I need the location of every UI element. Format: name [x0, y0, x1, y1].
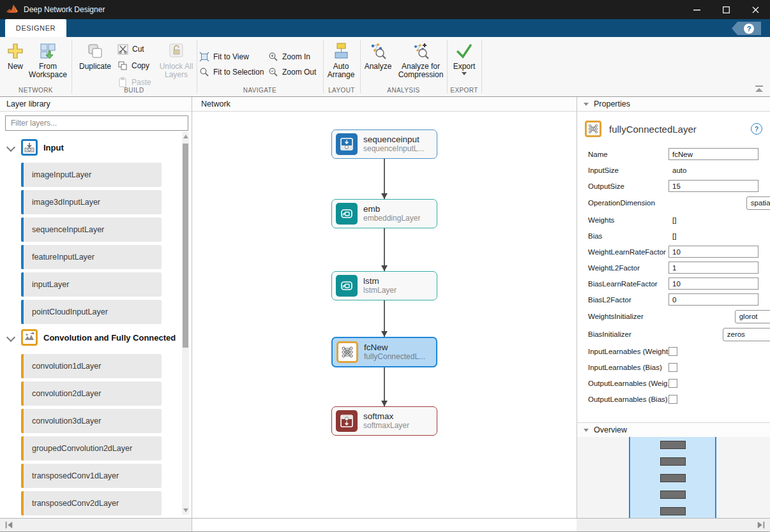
analyze-for-compression-button[interactable]: Analyze for Compression [396, 41, 446, 79]
help-button[interactable]: ? [732, 22, 761, 35]
layer-item-featureinputlayer[interactable]: featureInputLayer [21, 245, 162, 269]
overview-minimap[interactable] [577, 437, 770, 518]
biaslearnratefactor-field[interactable] [668, 277, 759, 290]
property-row: InputSize auto [577, 162, 770, 178]
section-header-convolution[interactable]: Convolution and Fully Connected [0, 327, 192, 348]
properties-header[interactable]: Properties [577, 97, 770, 112]
layer-item-pointcloudinputlayer[interactable]: pointCloudInputLayer [21, 300, 162, 324]
close-button[interactable] [741, 0, 770, 19]
unlock-all-layers-button[interactable]: Unlock All Layers [157, 41, 195, 79]
minimap-node [660, 474, 686, 482]
overview-header[interactable]: Overview [577, 422, 770, 438]
layer-item-convolution2dlayer[interactable]: convolution2dLayer [21, 381, 162, 406]
layer-item-convolution3dlayer[interactable]: convolution3dLayer [21, 409, 162, 433]
property-row: Name [577, 146, 770, 162]
outputlearnables-weights-checkbox[interactable] [668, 379, 677, 388]
inputlearnables-bias-checkbox[interactable] [668, 363, 677, 372]
group-divider [72, 40, 72, 93]
layer-item-transposedconv1dlayer[interactable]: transposedConv1dLayer [21, 464, 162, 488]
layer-type-title: fullyConnectedLayer [609, 124, 697, 135]
properties-panel: Properties fullyConnectedLayer ? Name In… [577, 97, 770, 518]
weightl2factor-field[interactable] [668, 262, 759, 274]
layer-item-convolution1dlayer[interactable]: convolution1dLayer [21, 354, 162, 378]
scroll-down-arrow-icon[interactable] [183, 508, 188, 512]
layer-item-sequenceinputlayer[interactable]: sequenceInputLayer [21, 218, 162, 242]
fully-connected-layer-icon [336, 341, 358, 363]
layout-group-label: LAYOUT [323, 87, 360, 94]
analyze-for-compression-icon [412, 41, 430, 61]
new-button[interactable]: New [4, 41, 27, 71]
outputsize-field[interactable] [668, 180, 759, 192]
collapse-ribbon-button[interactable] [755, 85, 764, 93]
softmax-layer-icon [336, 410, 358, 432]
help-icon[interactable]: ? [751, 123, 762, 135]
minimap-node [660, 507, 686, 515]
zoom-in-button[interactable]: Zoom In [268, 50, 310, 64]
filter-layers-input[interactable] [5, 115, 188, 131]
auto-arrange-button[interactable]: Auto Arrange [324, 41, 358, 79]
node-emb[interactable]: emb embeddingLayer [331, 199, 437, 228]
node-softmax[interactable]: softmax softmaxLayer [331, 406, 437, 436]
inputsize-value: auto [668, 166, 686, 174]
zoom-out-button[interactable]: Zoom Out [268, 65, 316, 79]
minimize-button[interactable] [682, 0, 711, 19]
tab-designer[interactable]: DESIGNER [5, 19, 66, 37]
property-row: InputLearnables (Weights) [577, 343, 770, 359]
name-field[interactable] [668, 148, 759, 160]
biasinitializer-dropdown[interactable]: zeros [723, 328, 770, 341]
network-canvas[interactable]: Network sequenceinput sequenceInputL... [192, 97, 577, 518]
weightlearnratefactor-field[interactable] [668, 246, 759, 258]
biasl2factor-field[interactable] [668, 293, 759, 306]
layer-item-inputlayer[interactable]: inputLayer [21, 272, 162, 297]
property-row: OutputLearnables (Weig... [577, 375, 770, 391]
property-row: BiasL2Factor [577, 292, 770, 307]
from-workspace-button[interactable]: From Workspace [27, 41, 69, 79]
analyze-button[interactable]: Analyze [361, 41, 395, 71]
property-row: Bias [] [577, 228, 770, 244]
export-button[interactable]: Export [448, 41, 480, 75]
layer-item-image3dinputlayer[interactable]: image3dInputLayer [21, 190, 162, 214]
convolution-section-icon [21, 329, 38, 346]
collapse-panel-right-icon[interactable] [757, 521, 766, 529]
collapse-panel-left-icon[interactable] [4, 521, 13, 529]
property-row: InputLearnables (Bias) [577, 359, 770, 375]
deep-network-designer-window: Deep Network Designer DESIGNER ? [0, 0, 770, 532]
node-sequenceinput[interactable]: sequenceinput sequenceInputL... [331, 129, 437, 159]
network-group-label: NETWORK [0, 87, 72, 94]
copy-button[interactable]: Copy [117, 59, 149, 73]
property-row: OutputLearnables (Bias) [577, 391, 770, 407]
section-header-input[interactable]: Input [0, 137, 192, 158]
layer-item-groupedconvolution2dlayer[interactable]: groupedConvolution2dLayer [21, 436, 162, 461]
layer-item-transposedconv2dlayer[interactable]: transposedConv2dLayer [21, 491, 162, 515]
scrollbar-thumb[interactable] [183, 144, 188, 348]
weightsinitializer-dropdown[interactable]: glorot [735, 310, 770, 323]
layer-library-scrollbar[interactable] [182, 132, 189, 515]
minimap-node [660, 457, 686, 466]
fit-to-selection-button[interactable]: Fit to Selection [199, 65, 264, 79]
collapse-section-icon [584, 103, 589, 106]
matlab-logo-icon [6, 4, 19, 15]
outputlearnables-bias-checkbox[interactable] [668, 395, 677, 404]
canvas-bottom-strip [192, 518, 577, 531]
property-list: Name InputSize auto OutputSize Operation… [577, 146, 770, 407]
fit-to-view-button[interactable]: Fit to View [199, 50, 249, 64]
weights-value: [] [668, 216, 676, 224]
analysis-group-label: ANALYSIS [360, 87, 447, 94]
node-fcnew[interactable]: fcNew fullyConnectedL... [331, 337, 437, 367]
sequence-input-layer-icon [336, 133, 358, 155]
cut-button[interactable]: Cut [117, 42, 144, 56]
copy-icon [117, 61, 128, 71]
export-group-label: EXPORT [447, 87, 481, 94]
ribbon-toolbar: New From Workspace NETWORK D [0, 37, 770, 97]
maximize-button[interactable] [711, 0, 741, 19]
property-row: OperationDimension spatial-channel [577, 194, 770, 212]
minimap-node [660, 491, 686, 499]
scroll-up-arrow-icon[interactable] [183, 135, 188, 138]
operationdimension-dropdown[interactable]: spatial-channel [746, 196, 770, 210]
group-divider [481, 40, 482, 93]
property-row: BiasLearnRateFactor [577, 276, 770, 292]
node-lstm[interactable]: lstm lstmLayer [331, 271, 437, 300]
inputlearnables-weights-checkbox[interactable] [668, 347, 677, 356]
duplicate-button[interactable]: Duplicate [74, 41, 116, 71]
layer-item-imageinputlayer[interactable]: imageInputLayer [21, 163, 162, 187]
